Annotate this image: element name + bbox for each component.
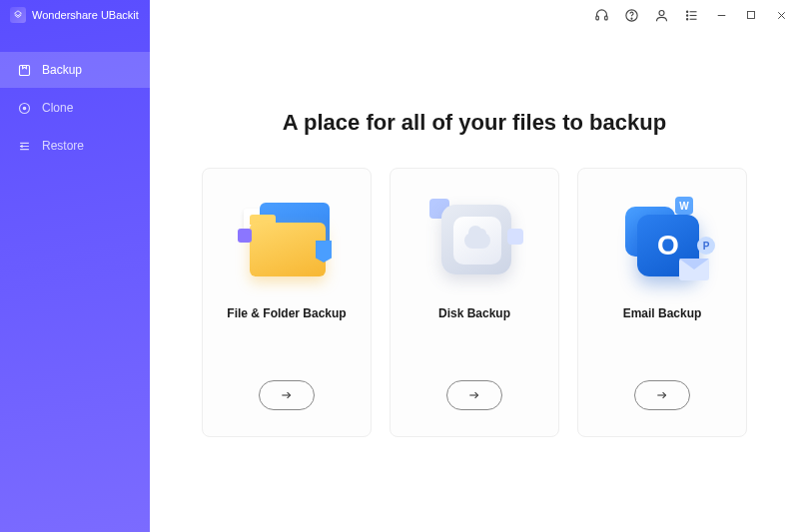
- minimize-icon[interactable]: [713, 7, 729, 23]
- sidebar-item-label: Restore: [42, 139, 84, 153]
- card-file-folder-backup[interactable]: File & Folder Backup: [202, 168, 372, 437]
- card-title: Disk Backup: [438, 306, 510, 320]
- titlebar-controls: [593, 7, 789, 23]
- help-icon[interactable]: [623, 7, 639, 23]
- page-title: A place for all of your files to backup: [180, 110, 769, 136]
- backup-icon: [16, 62, 32, 78]
- app-title: Wondershare UBackit: [32, 9, 139, 21]
- card-arrow-button[interactable]: [446, 380, 502, 410]
- sidebar-item-label: Clone: [42, 101, 73, 115]
- card-email-backup[interactable]: W O P Email Backup: [577, 168, 747, 437]
- sidebar-item-clone[interactable]: Clone: [0, 90, 150, 126]
- restore-icon: [16, 138, 32, 154]
- maximize-icon[interactable]: [743, 7, 759, 23]
- svg-point-4: [659, 10, 664, 15]
- svg-point-7: [686, 14, 687, 15]
- sidebar-item-restore[interactable]: Restore: [0, 128, 150, 164]
- folder-illustration-icon: [232, 189, 342, 288]
- svg-rect-12: [748, 12, 755, 19]
- svg-rect-0: [595, 16, 598, 20]
- card-title: Email Backup: [623, 306, 702, 320]
- card-title: File & Folder Backup: [227, 306, 346, 320]
- svg-point-17: [23, 107, 26, 110]
- user-icon[interactable]: [653, 7, 669, 23]
- close-icon[interactable]: [773, 7, 789, 23]
- titlebar-left: Wondershare UBackit: [10, 7, 139, 23]
- list-icon[interactable]: [683, 7, 699, 23]
- disk-illustration-icon: [419, 189, 529, 288]
- clone-icon: [16, 100, 32, 116]
- email-illustration-icon: W O P: [607, 189, 717, 288]
- card-arrow-button[interactable]: [259, 380, 315, 410]
- sidebar-item-backup[interactable]: Backup: [0, 52, 150, 88]
- cards-row: File & Folder Backup Disk Backup: [180, 168, 769, 437]
- svg-rect-1: [604, 16, 607, 20]
- svg-point-5: [686, 11, 687, 12]
- app-logo-icon: [10, 7, 26, 23]
- sidebar-item-label: Backup: [42, 63, 82, 77]
- headset-icon[interactable]: [593, 7, 609, 23]
- svg-point-3: [631, 18, 632, 19]
- content: A place for all of your files to backup …: [150, 30, 799, 532]
- card-arrow-button[interactable]: [634, 380, 690, 410]
- svg-point-9: [686, 18, 687, 19]
- sidebar: Backup Clone Restore: [0, 0, 150, 532]
- card-disk-backup[interactable]: Disk Backup: [390, 168, 559, 437]
- main: Backup Clone Restore A place for all of …: [0, 30, 799, 532]
